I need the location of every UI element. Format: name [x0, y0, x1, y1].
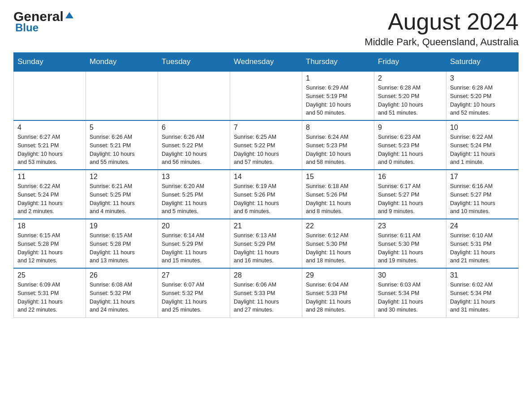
title-area: August 2024 Middle Park, Queensland, Aus… — [365, 9, 519, 48]
table-row: 13Sunrise: 6:20 AM Sunset: 5:25 PM Dayli… — [158, 170, 230, 219]
table-row: 26Sunrise: 6:08 AM Sunset: 5:32 PM Dayli… — [86, 268, 158, 317]
day-info: Sunrise: 6:08 AM Sunset: 5:32 PM Dayligh… — [90, 281, 154, 314]
col-wednesday: Wednesday — [230, 53, 302, 72]
day-number: 14 — [234, 173, 298, 181]
calendar-header-row: Sunday Monday Tuesday Wednesday Thursday… — [14, 53, 519, 72]
table-row: 28Sunrise: 6:06 AM Sunset: 5:33 PM Dayli… — [230, 268, 302, 317]
day-info: Sunrise: 6:18 AM Sunset: 5:26 PM Dayligh… — [306, 182, 370, 216]
table-row: 9Sunrise: 6:23 AM Sunset: 5:23 PM Daylig… — [374, 120, 446, 170]
col-friday: Friday — [374, 53, 446, 72]
day-number: 24 — [450, 222, 515, 230]
col-tuesday: Tuesday — [158, 53, 230, 72]
month-title: August 2024 — [365, 9, 519, 34]
day-info: Sunrise: 6:22 AM Sunset: 5:24 PM Dayligh… — [450, 133, 515, 167]
day-info: Sunrise: 6:25 AM Sunset: 5:22 PM Dayligh… — [234, 133, 298, 167]
table-row — [14, 71, 86, 120]
day-info: Sunrise: 6:26 AM Sunset: 5:22 PM Dayligh… — [162, 133, 226, 167]
day-number: 12 — [90, 173, 154, 181]
day-number: 8 — [306, 124, 370, 132]
day-info: Sunrise: 6:20 AM Sunset: 5:25 PM Dayligh… — [162, 182, 226, 216]
day-info: Sunrise: 6:06 AM Sunset: 5:33 PM Dayligh… — [234, 281, 298, 314]
day-number: 13 — [162, 173, 226, 181]
day-info: Sunrise: 6:16 AM Sunset: 5:27 PM Dayligh… — [450, 182, 515, 216]
day-info: Sunrise: 6:07 AM Sunset: 5:32 PM Dayligh… — [162, 281, 226, 314]
table-row: 22Sunrise: 6:12 AM Sunset: 5:30 PM Dayli… — [302, 219, 374, 268]
day-info: Sunrise: 6:02 AM Sunset: 5:34 PM Dayligh… — [450, 281, 515, 314]
day-info: Sunrise: 6:09 AM Sunset: 5:31 PM Dayligh… — [17, 281, 82, 314]
day-number: 28 — [234, 271, 298, 279]
day-info: Sunrise: 6:27 AM Sunset: 5:21 PM Dayligh… — [17, 133, 82, 167]
day-number: 18 — [17, 222, 82, 230]
table-row: 31Sunrise: 6:02 AM Sunset: 5:34 PM Dayli… — [446, 268, 519, 317]
day-number: 23 — [378, 222, 442, 230]
table-row: 4Sunrise: 6:27 AM Sunset: 5:21 PM Daylig… — [14, 120, 86, 170]
day-number: 16 — [378, 173, 442, 181]
table-row — [158, 71, 230, 120]
col-thursday: Thursday — [302, 53, 374, 72]
table-row: 18Sunrise: 6:15 AM Sunset: 5:28 PM Dayli… — [14, 219, 86, 268]
table-row: 16Sunrise: 6:17 AM Sunset: 5:27 PM Dayli… — [374, 170, 446, 219]
table-row — [86, 71, 158, 120]
table-row: 10Sunrise: 6:22 AM Sunset: 5:24 PM Dayli… — [446, 120, 519, 170]
table-row: 30Sunrise: 6:03 AM Sunset: 5:34 PM Dayli… — [374, 268, 446, 317]
day-info: Sunrise: 6:10 AM Sunset: 5:31 PM Dayligh… — [450, 231, 515, 265]
day-number: 11 — [17, 173, 82, 181]
day-number: 30 — [378, 271, 442, 279]
day-number: 19 — [90, 222, 154, 230]
day-number: 22 — [306, 222, 370, 230]
day-info: Sunrise: 6:11 AM Sunset: 5:30 PM Dayligh… — [378, 231, 442, 265]
table-row: 15Sunrise: 6:18 AM Sunset: 5:26 PM Dayli… — [302, 170, 374, 219]
day-info: Sunrise: 6:24 AM Sunset: 5:23 PM Dayligh… — [306, 133, 370, 167]
day-info: Sunrise: 6:03 AM Sunset: 5:34 PM Dayligh… — [378, 281, 442, 314]
calendar: Sunday Monday Tuesday Wednesday Thursday… — [13, 52, 519, 318]
day-info: Sunrise: 6:19 AM Sunset: 5:26 PM Dayligh… — [234, 182, 298, 216]
day-info: Sunrise: 6:29 AM Sunset: 5:19 PM Dayligh… — [306, 84, 370, 117]
table-row: 3Sunrise: 6:28 AM Sunset: 5:20 PM Daylig… — [446, 71, 519, 120]
table-row: 17Sunrise: 6:16 AM Sunset: 5:27 PM Dayli… — [446, 170, 519, 219]
col-saturday: Saturday — [446, 53, 519, 72]
day-number: 5 — [90, 124, 154, 132]
calendar-week-row: 4Sunrise: 6:27 AM Sunset: 5:21 PM Daylig… — [14, 120, 519, 170]
day-number: 31 — [450, 271, 515, 279]
day-number: 29 — [306, 271, 370, 279]
table-row: 11Sunrise: 6:22 AM Sunset: 5:24 PM Dayli… — [14, 170, 86, 219]
day-info: Sunrise: 6:23 AM Sunset: 5:23 PM Dayligh… — [378, 133, 442, 167]
day-info: Sunrise: 6:21 AM Sunset: 5:25 PM Dayligh… — [90, 182, 154, 216]
day-number: 2 — [378, 74, 442, 82]
day-info: Sunrise: 6:28 AM Sunset: 5:20 PM Dayligh… — [450, 84, 515, 117]
day-info: Sunrise: 6:26 AM Sunset: 5:21 PM Dayligh… — [90, 133, 154, 167]
logo: General Blue — [13, 9, 74, 34]
header: General Blue August 2024 Middle Park, Qu… — [13, 9, 519, 48]
table-row: 19Sunrise: 6:15 AM Sunset: 5:28 PM Dayli… — [86, 219, 158, 268]
day-number: 9 — [378, 124, 442, 132]
calendar-week-row: 1Sunrise: 6:29 AM Sunset: 5:19 PM Daylig… — [14, 71, 519, 120]
day-info: Sunrise: 6:28 AM Sunset: 5:20 PM Dayligh… — [378, 84, 442, 117]
table-row: 2Sunrise: 6:28 AM Sunset: 5:20 PM Daylig… — [374, 71, 446, 120]
table-row: 5Sunrise: 6:26 AM Sunset: 5:21 PM Daylig… — [86, 120, 158, 170]
logo-triangle-icon — [64, 10, 74, 20]
col-sunday: Sunday — [14, 53, 86, 72]
table-row: 23Sunrise: 6:11 AM Sunset: 5:30 PM Dayli… — [374, 219, 446, 268]
table-row: 1Sunrise: 6:29 AM Sunset: 5:19 PM Daylig… — [302, 71, 374, 120]
day-info: Sunrise: 6:15 AM Sunset: 5:28 PM Dayligh… — [17, 231, 82, 265]
calendar-week-row: 11Sunrise: 6:22 AM Sunset: 5:24 PM Dayli… — [14, 170, 519, 219]
day-number: 20 — [162, 222, 226, 230]
day-number: 27 — [162, 271, 226, 279]
table-row: 14Sunrise: 6:19 AM Sunset: 5:26 PM Dayli… — [230, 170, 302, 219]
day-number: 7 — [234, 124, 298, 132]
day-number: 3 — [450, 74, 515, 82]
day-number: 25 — [17, 271, 82, 279]
day-number: 1 — [306, 74, 370, 82]
table-row: 7Sunrise: 6:25 AM Sunset: 5:22 PM Daylig… — [230, 120, 302, 170]
day-number: 26 — [90, 271, 154, 279]
day-number: 21 — [234, 222, 298, 230]
day-info: Sunrise: 6:22 AM Sunset: 5:24 PM Dayligh… — [17, 182, 82, 216]
calendar-week-row: 18Sunrise: 6:15 AM Sunset: 5:28 PM Dayli… — [14, 219, 519, 268]
svg-marker-0 — [65, 12, 73, 18]
day-number: 10 — [450, 124, 515, 132]
table-row: 29Sunrise: 6:04 AM Sunset: 5:33 PM Dayli… — [302, 268, 374, 317]
table-row — [230, 71, 302, 120]
day-number: 6 — [162, 124, 226, 132]
location-title: Middle Park, Queensland, Australia — [365, 36, 519, 48]
col-monday: Monday — [86, 53, 158, 72]
